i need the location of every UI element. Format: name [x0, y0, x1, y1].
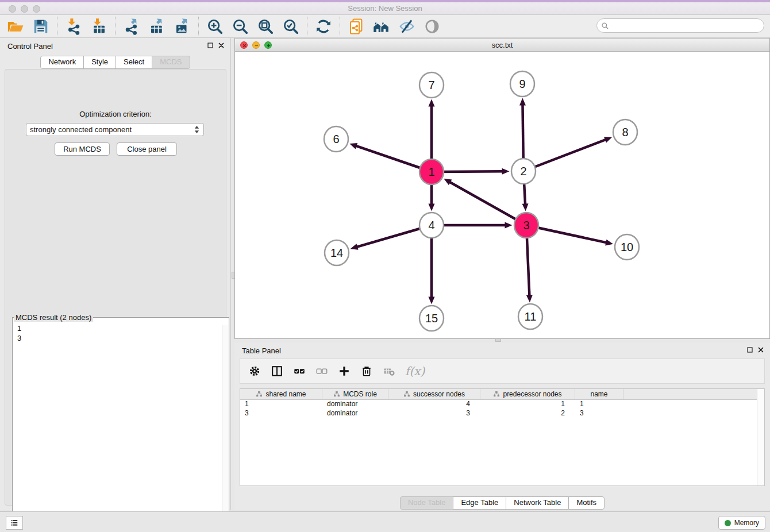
graph-node-label: 4 — [428, 219, 434, 232]
tab-network-table[interactable]: Network Table — [506, 496, 569, 510]
open-session-button[interactable] — [5, 16, 26, 37]
table-toolbar: f(x) — [240, 358, 765, 384]
tab-edge-table[interactable]: Edge Table — [453, 496, 506, 510]
zoom-selected-icon — [282, 18, 299, 35]
zoom-out-button[interactable] — [229, 16, 251, 37]
graph-node-8[interactable]: 8 — [613, 119, 637, 145]
import-table-button[interactable] — [88, 16, 110, 37]
create-column-button[interactable] — [338, 365, 351, 377]
memory-button[interactable]: Memory — [718, 516, 765, 530]
zoom-out-icon — [232, 18, 249, 35]
network-view-frame: scc.txt 1234678910111415 — [234, 38, 770, 339]
network-canvas[interactable]: 1234678910111415 — [235, 52, 769, 338]
optimization-criterion-select[interactable]: strongly connected component — [26, 123, 204, 136]
graph-node-1[interactable]: 1 — [419, 159, 444, 184]
show-columns-button[interactable] — [271, 365, 283, 377]
network-frame-titlebar[interactable]: scc.txt — [235, 38, 769, 52]
close-panel-icon[interactable] — [757, 346, 764, 353]
cell-name[interactable]: 1 — [575, 400, 623, 409]
graph-node-4[interactable]: 4 — [419, 213, 444, 238]
tab-mcds[interactable]: MCDS — [152, 56, 190, 69]
float-panel-icon[interactable] — [746, 346, 753, 353]
cell-mcds-role[interactable]: dominator — [322, 400, 388, 409]
float-panel-icon[interactable] — [207, 42, 214, 49]
cell-name[interactable]: 3 — [575, 409, 623, 418]
graph-node-10[interactable]: 10 — [615, 234, 639, 260]
tree-icon — [256, 391, 263, 398]
table-header-row: shared name MCDS role successor nodes pr… — [240, 389, 764, 400]
function-builder-icon[interactable]: f(x) — [405, 364, 425, 378]
control-panel-title: Control Panel — [7, 42, 53, 51]
deselect-all-button[interactable] — [315, 365, 328, 377]
trash-icon — [360, 365, 373, 377]
tab-network[interactable]: Network — [40, 56, 84, 69]
graph-arrowhead-1-2 — [502, 168, 509, 175]
tree-icon — [333, 391, 340, 398]
mcds-result-text[interactable]: 13 — [13, 322, 229, 345]
column-header-successor-nodes[interactable]: successor nodes — [388, 389, 480, 399]
control-panel-header: Control Panel — [0, 38, 230, 54]
run-mcds-button[interactable]: Run MCDS — [55, 142, 110, 156]
hide-selected-button[interactable] — [396, 16, 418, 37]
graph-node-7[interactable]: 7 — [419, 72, 444, 98]
table-mode-button[interactable] — [248, 365, 261, 377]
graph-arrowhead-3-11 — [526, 295, 533, 302]
graph-node-15[interactable]: 15 — [419, 306, 444, 331]
graph-node-6[interactable]: 6 — [324, 126, 348, 152]
memory-status-icon — [725, 520, 731, 526]
graph-node-14[interactable]: 14 — [325, 240, 349, 265]
graph-node-9[interactable]: 9 — [510, 71, 534, 97]
graph-edge-3-1[interactable] — [448, 181, 526, 225]
network-graph[interactable]: 1234678910111415 — [235, 52, 769, 338]
task-history-button[interactable] — [6, 516, 23, 530]
zoom-fit-button[interactable] — [255, 16, 276, 37]
search-field[interactable] — [596, 18, 764, 33]
save-session-button[interactable] — [30, 16, 52, 37]
close-panel-icon[interactable] — [218, 42, 225, 49]
graph-node-label: 3 — [523, 219, 529, 232]
close-panel-button[interactable]: Close panel — [117, 142, 177, 156]
cell-successor-nodes[interactable]: 4 — [388, 400, 480, 409]
table-row[interactable]: 3dominator323 — [240, 409, 764, 418]
cell-shared-name[interactable]: 3 — [240, 409, 322, 418]
column-header-mcds-role[interactable]: MCDS role — [322, 389, 388, 399]
main-toolbar — [0, 15, 770, 38]
clone-network-button[interactable] — [345, 16, 367, 37]
tab-motifs[interactable]: Motifs — [568, 496, 605, 510]
zoom-in-icon — [206, 18, 224, 35]
search-input[interactable] — [609, 20, 764, 32]
cell-predecessor-nodes[interactable]: 2 — [480, 409, 575, 418]
toolbar-separator — [340, 17, 340, 36]
export-table-button[interactable] — [146, 16, 168, 37]
graph-node-2[interactable]: 2 — [511, 159, 536, 184]
cell-successor-nodes[interactable]: 3 — [388, 409, 480, 418]
cell-mcds-role[interactable]: dominator — [322, 409, 388, 418]
graph-edge-2-8[interactable] — [523, 139, 607, 171]
tab-node-table[interactable]: Node Table — [400, 496, 454, 510]
export-network-button[interactable] — [121, 16, 143, 37]
apply-layout-button[interactable] — [313, 16, 334, 37]
tab-select[interactable]: Select — [116, 56, 152, 69]
table-row[interactable]: 1dominator411 — [240, 400, 764, 409]
delete-table-button[interactable] — [383, 365, 395, 377]
table-scrollbar[interactable] — [757, 389, 764, 485]
graph-arrowhead-1-6 — [349, 143, 357, 149]
graph-node-label: 10 — [621, 241, 633, 253]
graph-node-3[interactable]: 3 — [514, 213, 538, 238]
tab-style[interactable]: Style — [83, 56, 116, 69]
column-header-predecessor-nodes[interactable]: predecessor nodes — [480, 389, 575, 399]
cell-shared-name[interactable]: 1 — [240, 400, 322, 409]
export-image-button[interactable] — [171, 16, 193, 37]
delete-columns-button[interactable] — [360, 365, 373, 377]
column-header-name[interactable]: name — [575, 389, 623, 399]
mcds-result-scrollbar[interactable] — [222, 325, 228, 530]
zoom-in-button[interactable] — [204, 16, 226, 37]
cell-predecessor-nodes[interactable]: 1 — [480, 400, 575, 409]
select-all-button[interactable] — [293, 365, 306, 377]
show-all-button[interactable] — [421, 16, 443, 37]
graph-node-11[interactable]: 11 — [518, 304, 542, 329]
first-neighbors-button[interactable] — [371, 16, 392, 37]
import-network-button[interactable] — [63, 16, 84, 37]
column-header-shared-name[interactable]: shared name — [240, 389, 322, 399]
zoom-selected-button[interactable] — [280, 16, 302, 37]
